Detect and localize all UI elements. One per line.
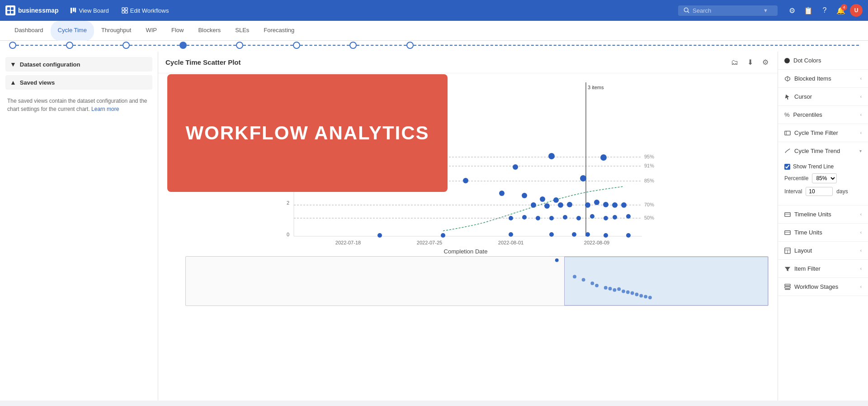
timeline-units-header[interactable]: Timeline Units ‹ <box>778 205 868 223</box>
time-units-section: Time Units ‹ <box>778 224 868 242</box>
workflow-stages-icon <box>784 284 791 290</box>
settings-chart-button[interactable]: ⚙ <box>760 56 770 68</box>
svg-point-65 <box>509 232 513 237</box>
svg-point-56 <box>549 216 554 220</box>
svg-point-64 <box>441 233 445 238</box>
logo-icon <box>5 5 15 15</box>
workflow-analytics-overlay: WORKFLOW ANALYTICS <box>167 74 448 192</box>
saved-views-header[interactable]: ▲ Saved views <box>5 75 152 90</box>
cursor-header[interactable]: Cursor ‹ <box>778 88 868 105</box>
svg-point-69 <box>604 233 608 238</box>
step-2[interactable] <box>66 42 73 49</box>
blocked-items-section: Blocked Items ‹ <box>778 70 868 88</box>
svg-rect-7 <box>122 8 124 10</box>
help-button[interactable]: ? <box>817 3 832 18</box>
notifications-button[interactable]: 🔔 4 <box>834 3 848 18</box>
percentiles-header[interactable]: % Percentiles ‹ <box>778 106 868 124</box>
tab-dashboard[interactable]: Dashboard <box>7 21 51 41</box>
saved-views-label: Saved views <box>20 79 55 86</box>
mini-chart: 13 10 5 0 <box>185 256 769 306</box>
learn-more-link[interactable]: Learn more <box>91 106 119 112</box>
blocked-items-header[interactable]: Blocked Items ‹ <box>778 70 868 87</box>
svg-point-51 <box>612 202 618 208</box>
tab-cycle-time[interactable]: Cycle Time <box>51 21 94 41</box>
item-filter-arrow: ‹ <box>860 266 862 271</box>
blocked-items-icon <box>784 76 791 82</box>
logo[interactable]: businessmap <box>5 5 58 15</box>
svg-rect-10 <box>125 11 127 13</box>
svg-rect-4 <box>71 8 72 13</box>
svg-point-68 <box>585 232 590 237</box>
svg-text:2022-07-25: 2022-07-25 <box>417 240 442 245</box>
blocked-items-arrow: ‹ <box>860 76 862 81</box>
step-6[interactable] <box>293 42 300 49</box>
tab-forecasting[interactable]: Forecasting <box>256 21 302 41</box>
item-filter-header[interactable]: Item Filter ‹ <box>778 260 868 277</box>
step-7[interactable] <box>349 42 357 49</box>
search-chevron: ▼ <box>763 8 768 13</box>
tab-sles[interactable]: SLEs <box>228 21 256 41</box>
step-1[interactable] <box>9 42 16 49</box>
time-units-header[interactable]: Time Units ‹ <box>778 224 868 241</box>
step-8[interactable] <box>406 42 414 49</box>
svg-point-40 <box>499 191 505 196</box>
view-board-button[interactable]: View Board <box>66 5 113 16</box>
percentiles-arrow: ‹ <box>860 112 862 117</box>
cursor-section: Cursor ‹ <box>778 88 868 106</box>
svg-point-61 <box>613 215 617 220</box>
svg-point-35 <box>548 153 555 159</box>
download-chart-button[interactable]: ⬇ <box>745 56 755 68</box>
interval-input[interactable] <box>806 187 833 196</box>
layout-header[interactable]: Layout ‹ <box>778 242 868 259</box>
tab-wip[interactable]: WIP <box>138 21 164 41</box>
days-label: days <box>836 188 848 195</box>
step-3[interactable] <box>123 42 130 49</box>
svg-point-43 <box>553 197 559 203</box>
dataset-config-header[interactable]: ▼ Dataset configuration <box>5 57 152 72</box>
steps-progress <box>0 41 868 52</box>
dot-colors-label: Dot Colors <box>793 57 862 64</box>
avatar[interactable]: U <box>850 4 863 17</box>
svg-text:Completion Date: Completion Date <box>444 248 488 254</box>
svg-rect-98 <box>785 230 790 234</box>
settings-button[interactable]: ⚙ <box>785 3 799 18</box>
mini-chart-selection[interactable] <box>564 257 768 306</box>
search-box[interactable]: ▼ <box>678 5 778 16</box>
chart-area: Cycle Time Scatter Plot 🗂 ⬇ ⚙ WORKFLOW A… <box>158 52 778 401</box>
time-units-arrow: ‹ <box>860 230 862 235</box>
saved-views-arrow: ▲ <box>10 79 16 86</box>
tab-throughput[interactable]: Throughput <box>94 21 139 41</box>
workflow-stages-header[interactable]: Workflow Stages ‹ <box>778 278 868 296</box>
step-5[interactable] <box>236 42 243 49</box>
item-filter-section: Item Filter ‹ <box>778 260 868 278</box>
svg-rect-5 <box>73 8 75 12</box>
cycle-time-filter-header[interactable]: Cycle Time Filter ‹ <box>778 124 868 142</box>
svg-text:2022-08-01: 2022-08-01 <box>498 240 524 245</box>
clipboard-button[interactable]: 📋 <box>801 3 816 18</box>
dot-colors-header[interactable]: Dot Colors <box>778 52 868 69</box>
svg-point-58 <box>576 216 581 220</box>
svg-point-37 <box>513 164 518 170</box>
search-input[interactable] <box>693 7 760 14</box>
show-trend-line-checkbox[interactable] <box>784 164 790 170</box>
cycle-time-trend-header[interactable]: Cycle Time Trend ▾ <box>778 142 868 160</box>
svg-point-42 <box>540 196 545 202</box>
step-connector-4 <box>187 45 236 46</box>
svg-point-36 <box>600 154 607 161</box>
svg-point-67 <box>572 232 576 237</box>
step-4-active[interactable] <box>179 42 187 49</box>
layout-arrow: ‹ <box>860 248 862 253</box>
chart-actions: 🗂 ⬇ ⚙ <box>729 56 770 68</box>
percentile-label: Percentile <box>784 175 808 182</box>
tab-blockers[interactable]: Blockers <box>191 21 228 41</box>
svg-point-38 <box>580 175 586 182</box>
svg-point-62 <box>626 214 631 219</box>
percentile-select[interactable]: 85% 50% 70% 90% 95% <box>812 173 837 183</box>
save-chart-button[interactable]: 🗂 <box>729 57 740 68</box>
tab-flow[interactable]: Flow <box>164 21 191 41</box>
edit-workflows-button[interactable]: Edit Workflows <box>117 5 174 16</box>
saved-views-section: ▲ Saved views The saved views contain th… <box>5 75 152 117</box>
svg-text:95%: 95% <box>644 154 654 159</box>
svg-text:2022-07-18: 2022-07-18 <box>335 240 361 245</box>
overlay-text: WORKFLOW ANALYTICS <box>185 122 429 144</box>
